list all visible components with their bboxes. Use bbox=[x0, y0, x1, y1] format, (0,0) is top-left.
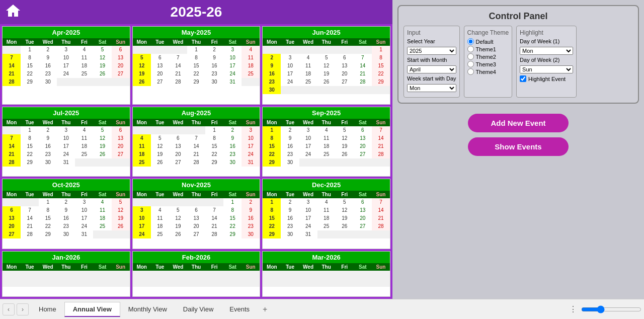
day-cell[interactable]: 20 bbox=[169, 150, 187, 158]
day-cell[interactable]: 12 bbox=[93, 134, 111, 142]
day-cell[interactable]: 9 bbox=[39, 134, 57, 142]
day-cell[interactable]: 23 bbox=[205, 70, 223, 78]
tab-add-button[interactable]: + bbox=[258, 303, 272, 316]
day-cell[interactable]: 17 bbox=[242, 142, 260, 150]
day-cell[interactable]: 10 bbox=[281, 62, 299, 70]
day-cell[interactable] bbox=[242, 78, 260, 86]
day-cell[interactable]: 3 bbox=[299, 126, 317, 134]
day-cell[interactable]: 15 bbox=[187, 62, 205, 70]
day-cell[interactable]: 23 bbox=[263, 78, 281, 86]
day-cell[interactable]: 15 bbox=[372, 62, 390, 70]
day-cell[interactable]: 12 bbox=[151, 142, 169, 150]
add-event-button[interactable]: Add New Event bbox=[468, 114, 569, 132]
day-cell[interactable]: 1 bbox=[263, 126, 281, 134]
day-cell[interactable]: 23 bbox=[39, 70, 57, 78]
day-cell[interactable]: 7 bbox=[372, 198, 390, 206]
day-cell[interactable]: 16 bbox=[39, 62, 57, 70]
day-cell[interactable]: 3 bbox=[299, 198, 317, 206]
day-cell[interactable]: 1 bbox=[223, 198, 242, 206]
day-cell[interactable]: 20 bbox=[3, 222, 21, 230]
day-cell[interactable] bbox=[336, 86, 354, 94]
day-cell[interactable]: 11 bbox=[75, 134, 93, 142]
day-cell[interactable]: 8 bbox=[39, 206, 57, 214]
day-cell[interactable]: 17 bbox=[223, 62, 242, 70]
day-cell[interactable]: 21 bbox=[21, 222, 39, 230]
day-cell[interactable]: 9 bbox=[57, 206, 75, 214]
day-cell[interactable]: 7 bbox=[187, 134, 205, 142]
day-cell[interactable]: 14 bbox=[169, 62, 187, 70]
day-cell[interactable]: 13 bbox=[187, 214, 205, 222]
day-cell[interactable]: 8 bbox=[263, 134, 281, 142]
day-cell[interactable]: 13 bbox=[3, 214, 21, 222]
day-cell[interactable]: 9 bbox=[205, 54, 223, 62]
day-cell[interactable] bbox=[299, 46, 317, 54]
day-cell[interactable]: 22 bbox=[21, 150, 39, 158]
day-cell[interactable]: 20 bbox=[354, 142, 372, 150]
day-cell[interactable]: 13 bbox=[336, 62, 354, 70]
day-cell[interactable]: 19 bbox=[151, 150, 169, 158]
day-cell[interactable]: 7 bbox=[3, 54, 21, 62]
day-cell[interactable]: 24 bbox=[242, 150, 260, 158]
day-cell[interactable]: 25 bbox=[242, 70, 260, 78]
tab-annual-view[interactable]: Annual View bbox=[64, 302, 120, 317]
day-cell[interactable]: 19 bbox=[317, 70, 336, 78]
day-cell[interactable]: 9 bbox=[281, 206, 299, 214]
day-cell[interactable]: 22 bbox=[263, 150, 281, 158]
day-cell[interactable]: 31 bbox=[223, 78, 242, 86]
day-cell[interactable] bbox=[112, 230, 130, 238]
day-cell[interactable]: 6 bbox=[112, 126, 130, 134]
day-cell[interactable]: 4 bbox=[75, 46, 93, 54]
day-cell[interactable] bbox=[112, 78, 130, 86]
day-cell[interactable] bbox=[57, 78, 75, 86]
day-cell[interactable]: 9 bbox=[263, 62, 281, 70]
day-cell[interactable]: 12 bbox=[93, 54, 111, 62]
day-cell[interactable]: 4 bbox=[317, 126, 336, 134]
day-cell[interactable]: 24 bbox=[57, 150, 75, 158]
day-cell[interactable]: 17 bbox=[281, 70, 299, 78]
day-cell[interactable] bbox=[112, 158, 130, 167]
day-cell[interactable]: 7 bbox=[21, 206, 39, 214]
day-cell[interactable]: 26 bbox=[112, 222, 130, 230]
day-cell[interactable]: 12 bbox=[336, 134, 354, 142]
day-cell[interactable]: 11 bbox=[299, 62, 317, 70]
day-cell[interactable]: 18 bbox=[133, 150, 151, 158]
day-cell[interactable]: 14 bbox=[21, 214, 39, 222]
day-cell[interactable]: 10 bbox=[299, 206, 317, 214]
show-events-button[interactable]: Show Events bbox=[468, 137, 569, 156]
day-cell[interactable] bbox=[151, 126, 169, 134]
day-cell[interactable]: 30 bbox=[39, 158, 57, 167]
day-cell[interactable]: 16 bbox=[242, 214, 260, 222]
day-cell[interactable]: 19 bbox=[93, 142, 111, 150]
day-cell[interactable] bbox=[354, 230, 372, 238]
day-cell[interactable]: 30 bbox=[223, 158, 242, 167]
day-cell[interactable] bbox=[372, 86, 390, 94]
day-cell[interactable]: 9 bbox=[39, 54, 57, 62]
day-cell[interactable]: 16 bbox=[205, 62, 223, 70]
day-cell[interactable]: 26 bbox=[317, 78, 336, 86]
day-cell[interactable]: 30 bbox=[242, 230, 260, 238]
day-cell[interactable]: 23 bbox=[281, 222, 299, 230]
day-cell[interactable]: 1 bbox=[39, 198, 57, 206]
dow2-select[interactable]: MonTueWed ThuFriSatSun bbox=[520, 65, 573, 73]
day-cell[interactable]: 30 bbox=[281, 230, 299, 238]
day-cell[interactable]: 30 bbox=[57, 230, 75, 238]
day-cell[interactable]: 29 bbox=[187, 78, 205, 86]
day-cell[interactable]: 11 bbox=[133, 142, 151, 150]
day-cell[interactable]: 4 bbox=[151, 206, 169, 214]
day-cell[interactable]: 25 bbox=[75, 70, 93, 78]
day-cell[interactable]: 14 bbox=[205, 214, 223, 222]
day-cell[interactable]: 13 bbox=[151, 62, 169, 70]
day-cell[interactable]: 25 bbox=[133, 158, 151, 167]
day-cell[interactable]: 28 bbox=[3, 158, 21, 167]
day-cell[interactable]: 24 bbox=[299, 150, 317, 158]
day-cell[interactable]: 19 bbox=[93, 62, 111, 70]
day-cell[interactable]: 3 bbox=[57, 126, 75, 134]
day-cell[interactable]: 15 bbox=[21, 62, 39, 70]
day-cell[interactable]: 22 bbox=[205, 150, 223, 158]
day-cell[interactable]: 28 bbox=[21, 230, 39, 238]
day-cell[interactable]: 14 bbox=[354, 62, 372, 70]
tab-monthly-view[interactable]: Monthly View bbox=[120, 302, 175, 316]
day-cell[interactable]: 18 bbox=[317, 214, 336, 222]
day-cell[interactable]: 29 bbox=[223, 230, 242, 238]
day-cell[interactable] bbox=[75, 158, 93, 167]
